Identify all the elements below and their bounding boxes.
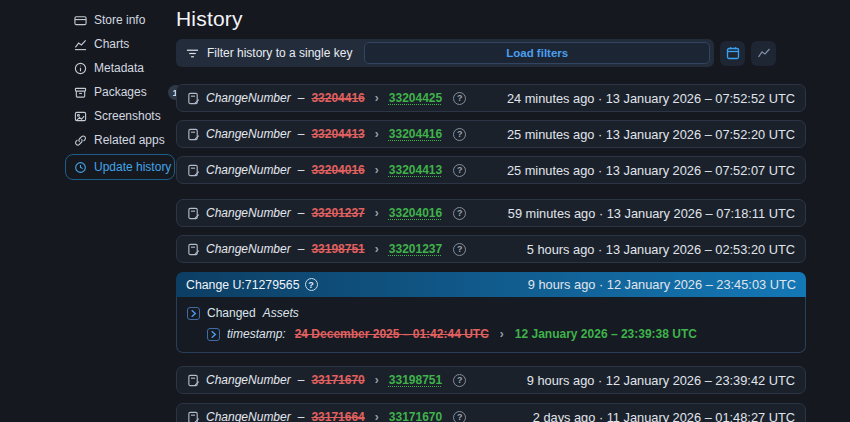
arrow-separator: › — [375, 410, 379, 422]
row-key: ChangeNumber — [206, 91, 291, 105]
arrow-separator: › — [375, 242, 379, 256]
new-value-link[interactable]: 33204016 — [389, 206, 442, 220]
change-title: Change U:71279565 — [186, 278, 300, 292]
row-change: ChangeNumber– 33204016 › 33204413 ? — [187, 163, 466, 177]
help-icon[interactable]: ? — [453, 207, 466, 220]
sidebar-item-packages[interactable]: Packages 1 — [65, 80, 175, 104]
changed-label: Changed — [207, 306, 256, 320]
arrow-separator: › — [375, 373, 379, 387]
dash-separator: – — [298, 91, 305, 105]
change-header[interactable]: Change U:71279565 ? 9 hours ago · 12 Jan… — [176, 272, 806, 297]
help-icon[interactable]: ? — [453, 128, 466, 141]
history-row[interactable]: ChangeNumber– 33204413 › 33204416 ? 25 m… — [176, 120, 806, 148]
history-row[interactable]: ChangeNumber– 33201237 › 33204016 ? 59 m… — [176, 199, 806, 227]
store-card-icon — [74, 14, 87, 27]
field-name: timestamp: — [227, 327, 286, 341]
old-value: 33204416 — [311, 91, 364, 105]
sidebar-item-label: Packages — [94, 85, 147, 99]
help-icon[interactable]: ? — [453, 374, 466, 387]
row-change: ChangeNumber– 33171664 › 33171670 ? — [187, 410, 466, 422]
expand-icon[interactable] — [187, 307, 200, 320]
package-box-icon — [74, 86, 87, 99]
history-row[interactable]: ChangeNumber– 33198751 › 33201237 ? 5 ho… — [176, 235, 806, 263]
sidebar-item-store-info[interactable]: Store info — [65, 8, 175, 32]
row-key: ChangeNumber — [206, 127, 291, 141]
dash-separator: – — [298, 163, 305, 177]
row-change: ChangeNumber– 33171670 › 33198751 ? — [187, 373, 466, 387]
sidebar: Store info Charts Metadata Packages 1 Sc… — [65, 8, 175, 180]
arrow-separator: › — [375, 206, 379, 220]
changelog-icon — [187, 92, 200, 105]
row-timestamp: 5 hours ago · 13 January 2026 – 02:53:20… — [527, 242, 795, 257]
sidebar-item-label: Related apps — [94, 133, 165, 147]
sidebar-item-related-apps[interactable]: Related apps — [65, 128, 175, 152]
page-title: History — [176, 7, 806, 31]
sidebar-item-label: Store info — [94, 13, 145, 27]
old-value: 33198751 — [311, 242, 364, 256]
help-icon[interactable]: ? — [453, 92, 466, 105]
old-value: 33204016 — [311, 163, 364, 177]
changelog-icon — [187, 374, 200, 387]
arrow-separator: › — [375, 163, 379, 177]
changelog-icon — [187, 411, 200, 422]
history-row[interactable]: ChangeNumber– 33171664 › 33171670 ? 2 da… — [176, 403, 806, 422]
dash-separator: – — [298, 410, 305, 422]
row-timestamp: 24 minutes ago · 13 January 2026 – 07:52… — [507, 91, 795, 106]
old-value: 24 December 2025 – 01:42:44 UTC — [295, 327, 489, 341]
help-icon[interactable]: ? — [453, 411, 466, 422]
row-change: ChangeNumber– 33198751 › 33201237 ? — [187, 242, 466, 256]
row-change: ChangeNumber– 33201237 › 33204016 ? — [187, 206, 466, 220]
help-icon[interactable]: ? — [453, 164, 466, 177]
image-icon — [74, 110, 87, 123]
row-key: ChangeNumber — [206, 410, 291, 422]
help-icon[interactable]: ? — [453, 243, 466, 256]
changelog-icon — [187, 243, 200, 256]
new-value-link[interactable]: 33204425 — [389, 91, 442, 105]
old-value: 33204413 — [311, 127, 364, 141]
sidebar-item-metadata[interactable]: Metadata — [65, 56, 175, 80]
new-value-link[interactable]: 33198751 — [389, 373, 442, 387]
change-title-wrap: Change U:71279565 ? — [186, 278, 318, 292]
load-filters-button[interactable]: Load filters — [364, 42, 710, 64]
arrow-separator: › — [375, 91, 379, 105]
changed-entity-line: Changed Assets — [187, 306, 795, 320]
arrow-separator: › — [500, 327, 504, 341]
sidebar-item-screenshots[interactable]: Screenshots — [65, 104, 175, 128]
sidebar-item-label: Update history — [94, 160, 171, 174]
expand-icon[interactable] — [207, 328, 220, 341]
filter-icon — [186, 47, 199, 60]
sidebar-item-charts[interactable]: Charts — [65, 32, 175, 56]
row-timestamp: 2 days ago · 11 January 2026 – 01:48:27 … — [533, 410, 795, 422]
filter-label: Filter history to a single key — [207, 46, 352, 60]
old-value: 33201237 — [311, 206, 364, 220]
arrow-separator: › — [375, 127, 379, 141]
row-timestamp: 9 hours ago · 12 January 2026 – 23:39:42… — [527, 373, 795, 388]
chart-line-icon — [74, 38, 87, 51]
change-body: Changed Assets timestamp: 24 December 20… — [176, 297, 806, 353]
dash-separator: – — [298, 373, 305, 387]
sidebar-item-update-history[interactable]: Update history — [65, 154, 175, 180]
new-value-link[interactable]: 33171670 — [389, 410, 442, 422]
calendar-button[interactable] — [720, 41, 745, 66]
chart-view-button[interactable] — [751, 41, 776, 66]
expanded-change-card: Change U:71279565 ? 9 hours ago · 12 Jan… — [176, 272, 806, 353]
changelog-icon — [187, 207, 200, 220]
changed-entity: Assets — [263, 306, 299, 320]
changelog-icon — [187, 128, 200, 141]
help-icon[interactable]: ? — [305, 278, 318, 291]
filter-bar: Filter history to a single key Load filt… — [176, 39, 714, 67]
new-value-link[interactable]: 33204413 — [389, 163, 442, 177]
row-key: ChangeNumber — [206, 242, 291, 256]
dash-separator: – — [298, 242, 305, 256]
info-circle-icon — [74, 62, 87, 75]
old-value: 33171670 — [311, 373, 364, 387]
history-row[interactable]: ChangeNumber– 33171670 › 33198751 ? 9 ho… — [176, 366, 806, 394]
history-row[interactable]: ChangeNumber– 33204416 › 33204425 ? 24 m… — [176, 84, 806, 112]
old-value: 33171664 — [311, 410, 364, 422]
row-timestamp: 25 minutes ago · 13 January 2026 – 07:52… — [507, 163, 795, 178]
new-value-link[interactable]: 33204416 — [389, 127, 442, 141]
new-value-link[interactable]: 33201237 — [389, 242, 442, 256]
sidebar-item-label: Metadata — [94, 61, 144, 75]
dash-separator: – — [298, 127, 305, 141]
history-row[interactable]: ChangeNumber– 33204016 › 33204413 ? 25 m… — [176, 156, 806, 184]
